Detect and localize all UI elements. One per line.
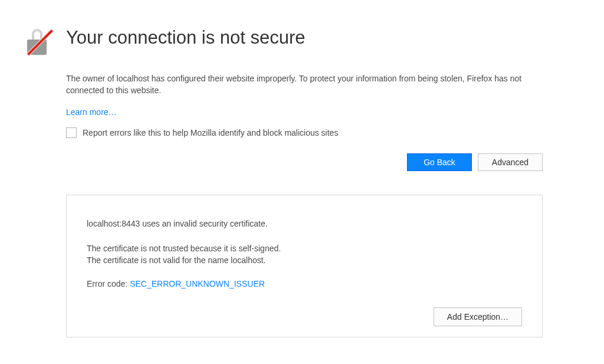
report-errors-checkbox[interactable] <box>66 127 77 138</box>
report-errors-row: Report errors like this to help Mozilla … <box>66 127 543 138</box>
error-code-row: Error code: SEC_ERROR_UNKNOWN_ISSUER <box>87 279 522 288</box>
advanced-panel: localhost:8443 uses an invalid security … <box>66 195 543 338</box>
advanced-button[interactable]: Advanced <box>478 153 543 171</box>
cert-not-valid-text: The certificate is not valid for the nam… <box>87 255 265 265</box>
error-code-link[interactable]: SEC_ERROR_UNKNOWN_ISSUER <box>130 279 265 288</box>
certificate-message-2: The certificate is not trusted because i… <box>87 242 522 267</box>
insecure-lock-icon <box>24 29 50 55</box>
add-exception-button[interactable]: Add Exception… <box>434 307 522 326</box>
header: Your connection is not secure <box>24 27 580 55</box>
learn-more-link[interactable]: Learn more… <box>66 107 117 117</box>
report-errors-label: Report errors like this to help Mozilla … <box>83 128 338 137</box>
go-back-button[interactable]: Go Back <box>407 153 472 171</box>
error-description: The owner of localhost has configured th… <box>66 73 543 97</box>
action-buttons: Go Back Advanced <box>66 153 543 171</box>
content-area: The owner of localhost has configured th… <box>66 73 543 337</box>
panel-footer: Add Exception… <box>87 307 522 326</box>
certificate-message-1: localhost:8443 uses an invalid security … <box>87 218 522 229</box>
page-title: Your connection is not secure <box>66 27 306 48</box>
error-code-prefix: Error code: <box>87 279 130 288</box>
error-page: Your connection is not secure The owner … <box>0 0 604 361</box>
cert-not-trusted-text: The certificate is not trusted because i… <box>87 244 281 253</box>
